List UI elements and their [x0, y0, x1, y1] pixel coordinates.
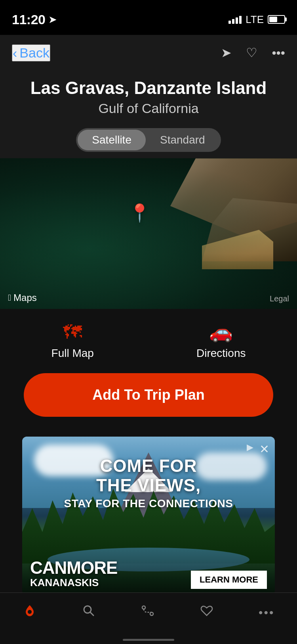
share-button[interactable]: ➤: [221, 45, 232, 60]
location-title: Las Gravas, Danzante Island: [12, 79, 285, 98]
routes-tab-icon: [141, 604, 155, 621]
add-trip-section: Add To Trip Plan: [0, 369, 297, 433]
signal-bars: [228, 15, 242, 24]
tab-saved[interactable]: [200, 604, 214, 621]
back-button[interactable]: ‹ Back: [12, 44, 50, 61]
search-tab-icon: [82, 604, 96, 621]
map-controls: Satellite Standard: [0, 128, 297, 158]
tab-routes[interactable]: [141, 604, 155, 621]
chevron-left-icon: ‹: [13, 45, 17, 61]
ad-close-button[interactable]: ✕: [259, 442, 269, 456]
maps-brand-text: Maps: [13, 292, 37, 303]
ad-headline-line2: THE VIEWS,: [22, 476, 275, 495]
map-branding:  Maps: [8, 292, 37, 303]
add-to-trip-button[interactable]: Add To Trip Plan: [24, 373, 273, 417]
back-label: Back: [19, 45, 50, 61]
ad-container[interactable]: ✕ ▶ COME FOR THE VIEWS, STAY FOR THE CON…: [22, 437, 275, 595]
heart-icon: ♡: [246, 46, 257, 60]
title-section: Las Gravas, Danzante Island Gulf of Cali…: [0, 71, 297, 128]
svg-line-2: [90, 612, 93, 615]
legal-link[interactable]: Legal: [270, 294, 289, 303]
status-time: 11:20: [12, 12, 45, 27]
adchoices-icon: ▶: [247, 442, 253, 452]
status-icons: LTE: [228, 13, 285, 26]
tab-explore[interactable]: [23, 604, 37, 621]
nav-bar: ‹ Back ➤ ♡ •••: [0, 35, 297, 71]
apple-logo-icon: : [8, 293, 11, 303]
tab-bar: •••: [0, 592, 297, 644]
map-toggle: Satellite Standard: [76, 128, 221, 152]
svg-point-3: [142, 606, 145, 609]
more-tab-icon: •••: [259, 606, 275, 619]
location-arrow-icon: ➤: [48, 13, 57, 26]
status-bar: 11:20 ➤ LTE: [0, 0, 297, 35]
map-area[interactable]: 📍  Maps Legal: [0, 158, 297, 309]
ad-brand-name: CaNMoRe: [30, 559, 117, 577]
car-icon: 🚗: [209, 321, 233, 343]
ad-bottom: CaNMoRe KANANASKIS LEARN MORE: [22, 559, 275, 595]
map-icon: 🗺: [63, 321, 82, 343]
lte-label: LTE: [246, 13, 264, 26]
tab-more[interactable]: •••: [259, 606, 275, 619]
ad-headline-line3: STAY FOR THE CONNECTIONS: [22, 497, 275, 510]
location-pin-icon: 📍: [129, 204, 150, 222]
tab-search[interactable]: [82, 604, 96, 621]
ad-text-overlay: COME FOR THE VIEWS, STAY FOR THE CONNECT…: [22, 456, 275, 510]
map-ripple: [0, 158, 297, 309]
full-map-label: Full Map: [51, 347, 94, 360]
heart-button[interactable]: ♡: [246, 45, 257, 60]
share-icon: ➤: [221, 46, 232, 60]
home-indicator: [123, 639, 174, 641]
more-button[interactable]: •••: [272, 46, 285, 60]
satellite-map: 📍  Maps Legal: [0, 158, 297, 309]
svg-point-0: [28, 610, 32, 614]
nav-actions: ➤ ♡ •••: [221, 45, 285, 60]
explore-tab-icon: [23, 604, 37, 621]
location-subtitle: Gulf of California: [12, 101, 285, 116]
directions-label: Directions: [196, 347, 246, 360]
ad-brand-sub: KANANASKIS: [30, 577, 117, 589]
full-map-action[interactable]: 🗺 Full Map: [51, 321, 94, 360]
saved-tab-icon: [200, 604, 214, 621]
ad-headline-line1: COME FOR: [22, 456, 275, 475]
ad-brand: CaNMoRe KANANASKIS: [30, 559, 117, 589]
battery-indicator: [268, 15, 285, 24]
ad-learn-more-button[interactable]: LEARN MORE: [191, 571, 267, 589]
action-row: 🗺 Full Map 🚗 Directions: [0, 309, 297, 369]
directions-action[interactable]: 🚗 Directions: [196, 321, 246, 360]
ad-section: ✕ ▶ COME FOR THE VIEWS, STAY FOR THE CON…: [0, 433, 297, 607]
more-icon: •••: [272, 46, 285, 60]
standard-toggle[interactable]: Standard: [146, 130, 219, 150]
satellite-toggle[interactable]: Satellite: [78, 130, 146, 150]
